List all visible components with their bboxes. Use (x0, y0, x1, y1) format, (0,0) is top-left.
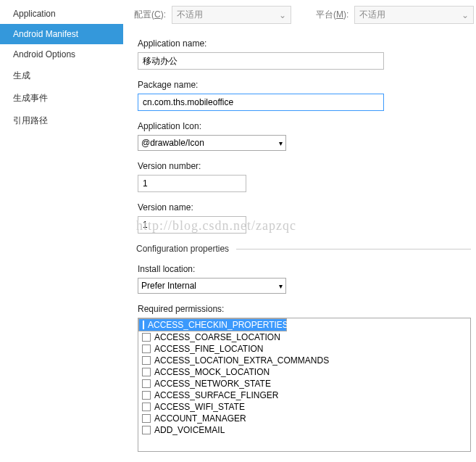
permission-label: ACCESS_LOCATION_EXTRA_COMMANDS (154, 355, 329, 366)
platform-select: 不适用 ⌄ (354, 6, 474, 24)
permission-row[interactable]: ACCESS_FINE_LOCATION (138, 343, 470, 355)
config-select: 不适用 ⌄ (172, 6, 291, 24)
config-label: 配置(C): (134, 9, 166, 21)
permission-row[interactable]: ACCESS_CHECKIN_PROPERTIES (138, 318, 287, 331)
application-icon-value: @drawable/Icon (141, 138, 204, 148)
required-permissions-label: Required permissions: (138, 304, 471, 314)
permission-label: ACCESS_CHECKIN_PROPERTIES (148, 320, 288, 330)
checkbox-icon[interactable] (142, 356, 151, 365)
permission-label: ACCESS_FINE_LOCATION (154, 344, 263, 354)
chevron-down-icon: ⌄ (462, 10, 469, 20)
install-location-label: Install location: (138, 264, 471, 274)
version-name-input[interactable] (138, 216, 246, 234)
application-icon-label: Application Icon: (138, 121, 471, 131)
checkbox-icon[interactable] (142, 414, 151, 423)
configuration-properties-label: Configuration properties (136, 244, 229, 254)
package-name-input[interactable] (138, 94, 384, 111)
checkbox-icon[interactable] (142, 379, 151, 388)
install-location-value: Prefer Internal (141, 281, 196, 291)
install-location-select[interactable]: Prefer Internal ▾ (138, 278, 286, 294)
permission-label: ACCESS_SURFACE_FLINGER (154, 390, 278, 400)
package-name-label: Package name: (138, 80, 471, 90)
config-select-value: 不适用 (177, 9, 203, 21)
permission-row[interactable]: ACCESS_COARSE_LOCATION (138, 331, 470, 343)
sidebar-item-build-events[interactable]: 生成事件 (0, 87, 123, 110)
permission-label: ACCOUNT_MANAGER (154, 413, 246, 424)
permission-row[interactable]: ACCESS_NETWORK_STATE (138, 378, 470, 389)
sidebar-item-application[interactable]: Application (0, 4, 123, 24)
permission-row[interactable]: ACCESS_LOCATION_EXTRA_COMMANDS (138, 355, 470, 366)
top-row: 配置(C): 不适用 ⌄ 平台(M): 不适用 ⌄ (134, 6, 476, 24)
platform-select-value: 不适用 (359, 9, 385, 21)
checkbox-icon[interactable] (142, 426, 151, 434)
permission-row[interactable]: ACCOUNT_MANAGER (138, 413, 470, 424)
application-name-label: Application name: (138, 38, 471, 49)
permission-label: ACCESS_MOCK_LOCATION (154, 367, 270, 377)
checkbox-icon[interactable] (142, 333, 151, 342)
permission-row[interactable]: ACCESS_SURFACE_FLINGER (138, 389, 470, 401)
permission-row[interactable]: ADD_VOICEMAIL (138, 424, 470, 436)
main-panel: 配置(C): 不适用 ⌄ 平台(M): 不适用 ⌄ Application na… (123, 0, 476, 462)
divider (236, 249, 471, 249)
application-name-input[interactable] (138, 52, 384, 70)
version-number-label: Version number: (138, 161, 471, 171)
sidebar: Application Android Manifest Android Opt… (0, 0, 123, 462)
version-name-label: Version name: (138, 202, 471, 213)
checkbox-icon[interactable] (142, 403, 151, 411)
application-icon-select[interactable]: @drawable/Icon ▾ (138, 135, 286, 151)
checkbox-icon[interactable] (142, 391, 151, 400)
permission-row[interactable]: ACCESS_MOCK_LOCATION (138, 366, 470, 378)
permissions-list[interactable]: ACCESS_CHECKIN_PROPERTIESACCESS_COARSE_L… (138, 318, 471, 452)
chevron-down-icon: ▾ (279, 282, 283, 290)
chevron-down-icon: ▾ (279, 139, 283, 147)
permission-label: ACCESS_COARSE_LOCATION (154, 332, 280, 342)
checkbox-icon[interactable] (142, 345, 151, 353)
sidebar-item-build[interactable]: 生成 (0, 65, 123, 87)
platform-label: 平台(M): (316, 9, 348, 21)
sidebar-item-reference-paths[interactable]: 引用路径 (0, 110, 123, 132)
chevron-down-icon: ⌄ (279, 10, 286, 20)
sidebar-item-android-manifest[interactable]: Android Manifest (0, 24, 123, 44)
version-number-input[interactable] (138, 175, 246, 192)
configuration-properties-header: Configuration properties (136, 244, 471, 254)
permission-label: ADD_VOICEMAIL (154, 425, 225, 435)
checkbox-icon[interactable] (142, 368, 151, 376)
permission-label: ACCESS_NETWORK_STATE (154, 379, 271, 389)
permission-label: ACCESS_WIFI_STATE (154, 402, 245, 412)
sidebar-item-android-options[interactable]: Android Options (0, 44, 123, 65)
form: Application name: Package name: Applicat… (134, 38, 476, 462)
permission-row[interactable]: ACCESS_WIFI_STATE (138, 401, 470, 413)
checkbox-icon[interactable] (143, 321, 144, 329)
